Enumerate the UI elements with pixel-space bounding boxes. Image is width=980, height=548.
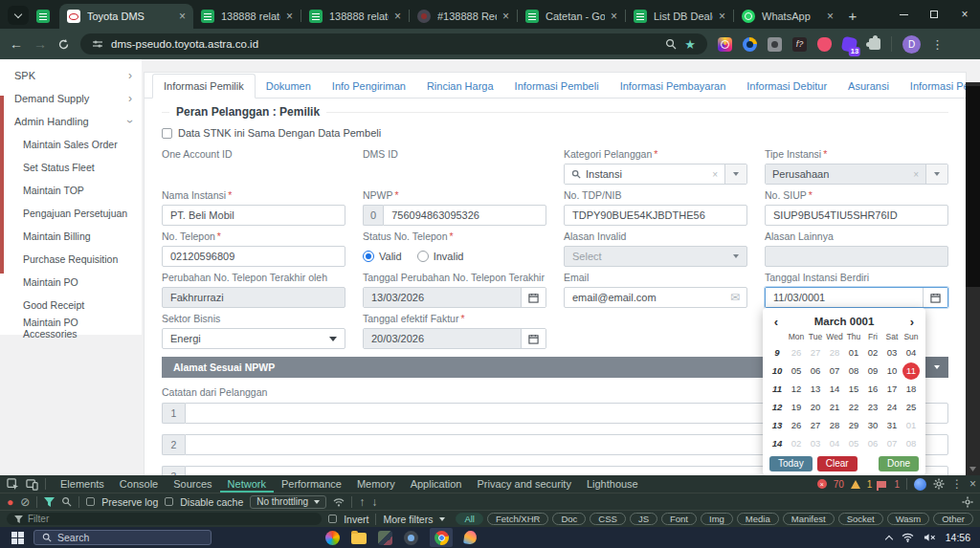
no-siup-input[interactable] (765, 205, 948, 226)
tray-expand-icon[interactable] (884, 535, 892, 542)
sidebar-item-set-status-fleet[interactable]: Set Status Fleet (0, 156, 142, 179)
day-cell[interactable]: 01 (844, 343, 863, 362)
devtools-tab-network[interactable]: Network (220, 475, 274, 493)
filter-pill-img[interactable]: Img (701, 513, 733, 525)
page-scrollbar[interactable] (966, 82, 980, 475)
day-cell[interactable]: 30 (863, 416, 882, 434)
sidebar-item-maintain-po-accessories[interactable]: Maintain PO Accessories (0, 317, 142, 340)
search-icon[interactable] (665, 38, 677, 50)
day-cell[interactable]: 03 (806, 434, 825, 452)
tab-close-icon[interactable]: × (827, 11, 834, 22)
tanggal-faktur-input[interactable]: 20/03/2026 (363, 328, 546, 349)
sidebar-item-good-receipt[interactable]: Good Receipt (0, 294, 142, 317)
network-filter-input[interactable] (28, 514, 314, 524)
devtools-tab-lighthouse[interactable]: Lighthouse (579, 475, 646, 493)
address-bar[interactable]: dms-pseudo.toyota.astra.co.id ★ (80, 33, 707, 55)
done-button[interactable]: Done (879, 456, 919, 471)
filter-pill-all[interactable]: All (456, 513, 483, 525)
devtools-tab-performance[interactable]: Performance (274, 475, 349, 493)
extension-icon-2[interactable] (743, 37, 757, 52)
network-search-icon[interactable] (61, 496, 72, 507)
day-cell[interactable]: 12 (787, 380, 806, 398)
browser-tab[interactable]: 138888 related× (193, 4, 301, 29)
today-button[interactable]: Today (769, 456, 813, 471)
devtools-tab-memory[interactable]: Memory (349, 475, 403, 493)
minimize-button[interactable] (888, 0, 919, 29)
snipping-tool-icon[interactable] (378, 531, 392, 545)
devtools-tab-privacy-and-security[interactable]: Privacy and security (469, 475, 578, 493)
sidebar-item-maintain-po[interactable]: Maintain PO (0, 271, 142, 294)
calendar-button[interactable] (521, 329, 546, 348)
day-cell[interactable]: 08 (844, 362, 863, 380)
chrome-taskbar-button[interactable] (430, 528, 453, 547)
sidebar-item-spk[interactable]: SPK› (0, 64, 142, 87)
dropdown-toggle[interactable] (724, 164, 746, 184)
radio-invalid[interactable]: Invalid (417, 251, 464, 262)
email-field[interactable]: ✉ (564, 287, 747, 308)
file-explorer-icon[interactable] (351, 533, 367, 544)
dropdown-toggle[interactable] (925, 164, 947, 184)
tab-informasi-debitur[interactable]: Informasi Debitur (736, 75, 837, 98)
devtools-menu-icon[interactable]: ⋮ (951, 478, 963, 490)
day-cell[interactable]: 07 (825, 362, 844, 380)
sidebar-item-pengajuan-persetujuan[interactable]: Pengajuan Persetujuan (0, 202, 142, 225)
no-tdp-input[interactable] (564, 205, 747, 226)
day-cell[interactable]: 15 (844, 380, 863, 398)
warning-count[interactable]: 1 (867, 479, 873, 490)
clear-button[interactable]: Clear (817, 456, 858, 471)
sidebar-item-demand-supply[interactable]: Demand Supply› (0, 87, 142, 110)
day-cell[interactable]: 01 (902, 416, 921, 434)
extension-icon-1[interactable] (718, 37, 732, 52)
stnk-checkbox[interactable] (162, 128, 172, 139)
day-cell[interactable]: 21 (825, 398, 844, 416)
tanggal-perubahan-input[interactable]: 13/03/2026 (363, 287, 546, 308)
sidebar-item-purchase-requisition[interactable]: Purchase Requisition (0, 248, 142, 271)
gear-icon[interactable] (933, 478, 945, 490)
tanggal-berdiri-input[interactable]: 11/03/0001 (765, 287, 948, 308)
day-cell[interactable]: 06 (863, 434, 882, 452)
day-cell[interactable]: 03 (882, 343, 902, 362)
filter-pill-manifest[interactable]: Manifest (783, 513, 835, 525)
tab-rincian-harga[interactable]: Rincian Harga (416, 75, 504, 98)
tipe-instansi-select[interactable]: Perusahaan × (765, 164, 948, 185)
filter-pill-other[interactable]: Other (933, 513, 973, 525)
maximize-button[interactable] (919, 0, 949, 29)
day-cell[interactable]: 10 (882, 362, 902, 380)
profile-avatar[interactable]: D (902, 35, 921, 54)
devtools-tab-console[interactable]: Console (112, 475, 166, 493)
day-cell[interactable]: 08 (902, 434, 921, 452)
extensions-puzzle-icon[interactable] (869, 38, 880, 50)
day-cell[interactable]: 28 (825, 343, 844, 362)
network-filter-field[interactable] (7, 513, 322, 525)
day-cell[interactable]: 27 (806, 416, 825, 434)
day-cell[interactable]: 26 (787, 343, 806, 362)
day-cell[interactable]: 02 (787, 434, 806, 452)
tab-close-icon[interactable]: × (286, 11, 293, 22)
day-cell[interactable]: 20 (806, 398, 825, 416)
next-month-icon[interactable]: › (903, 315, 921, 329)
font-extension-icon[interactable]: f? (792, 37, 807, 52)
browser-tab[interactable]: Catetan - Goo× (518, 4, 625, 29)
day-cell[interactable]: 23 (863, 398, 882, 416)
issues-flag-icon[interactable] (879, 481, 886, 488)
preserve-log-checkbox[interactable] (86, 497, 95, 506)
filter-pill-css[interactable]: CSS (590, 513, 626, 525)
kategori-pelanggan-select[interactable]: Instansi × (564, 164, 747, 185)
sidebar-item-maintain-sales-order[interactable]: Maintain Sales Order (0, 133, 142, 156)
tab-search-button[interactable] (8, 6, 29, 25)
devtools-assistant-icon[interactable] (914, 478, 926, 491)
day-cell[interactable]: 25 (902, 398, 921, 416)
tab-dokumen[interactable]: Dokumen (256, 75, 322, 98)
strawberry-extension-icon[interactable] (817, 37, 832, 52)
clock[interactable]: 14:56 (946, 532, 970, 543)
day-cell[interactable]: 05 (787, 362, 806, 380)
reload-icon[interactable] (57, 38, 70, 51)
day-cell[interactable]: 14 (825, 380, 844, 398)
bookmark-star-icon[interactable]: ★ (684, 37, 696, 52)
tab-close-icon[interactable]: × (719, 11, 725, 22)
browser-tab[interactable]: #138888 Requ× (410, 4, 517, 29)
camera-extension-icon[interactable] (768, 37, 782, 52)
filter-pill-js[interactable]: JS (630, 513, 657, 525)
tab-informasi-pemilik[interactable]: Informasi Pemilik (152, 74, 256, 99)
devtools-tab-elements[interactable]: Elements (53, 475, 112, 493)
